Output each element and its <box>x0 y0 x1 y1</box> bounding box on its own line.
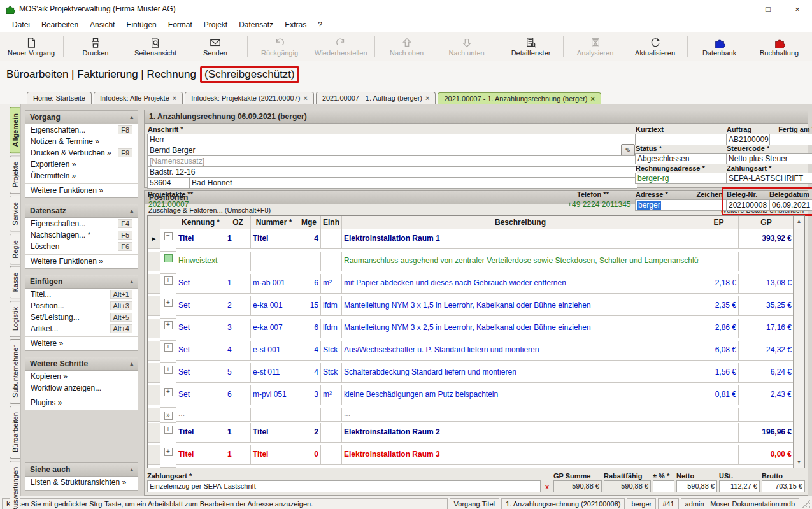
tab-close-icon[interactable]: × <box>303 94 307 102</box>
telefon-value[interactable]: +49 2224 2011345 <box>567 199 631 210</box>
expand-row-icon[interactable]: + <box>164 321 173 329</box>
expand-row-icon[interactable]: + <box>164 276 173 285</box>
sidebar-item-titel[interactable]: Titel...Alt+1 <box>25 289 138 300</box>
signature-button[interactable]: ✎ <box>621 144 635 157</box>
status-field[interactable]: Abgeschlossen <box>635 153 728 164</box>
tab-close-icon[interactable]: × <box>425 94 429 102</box>
menu-einfuegen[interactable]: Einfügen <box>120 19 162 31</box>
sidebar-item-plugins[interactable]: Plugins » <box>25 396 138 410</box>
rechnungsadresse-field[interactable]: berger-rg <box>635 173 728 184</box>
menu-datensatz[interactable]: Datensatz <box>233 19 279 31</box>
module-tab-regie[interactable]: Regie <box>10 234 20 265</box>
accounting-button[interactable]: Buchhaltung <box>750 32 809 61</box>
projektakte-link[interactable]: 2021.00007 <box>148 199 189 210</box>
sidebar-item-drucken-verbuchen[interactable]: Drucken & Verbuchen »F9 <box>25 147 138 159</box>
menu-projekt[interactable]: Projekt <box>198 19 233 31</box>
kurztext-field[interactable] <box>635 134 728 145</box>
tab-infodesk-alle-projekte[interactable]: Infodesk: Alle Projekte× <box>94 92 183 104</box>
scroll-up-icon[interactable]: ▲ <box>797 216 802 227</box>
sidebar-item-loeschen[interactable]: LöschenF6 <box>25 241 138 252</box>
database-button[interactable]: Datenbank <box>690 32 750 61</box>
netto-field[interactable]: 590,88 € <box>676 480 717 492</box>
tab-close-icon[interactable]: × <box>173 94 176 102</box>
print-preview-button[interactable]: Seitenansicht <box>125 32 185 61</box>
sidebar-item-weitere[interactable]: Weitere » <box>25 336 138 350</box>
module-tab-subunternehmer[interactable]: Subunternehmer <box>10 339 20 404</box>
sidebar-item-uebermitteln[interactable]: Übermitteln » <box>25 170 138 182</box>
collapse-icon[interactable]: ▴ <box>130 114 133 120</box>
module-tab-logistik[interactable]: Logistik <box>10 301 20 337</box>
sidebar-item-exportieren[interactable]: Exportieren » <box>25 159 138 170</box>
more-rows-icon[interactable]: » <box>164 412 173 420</box>
tab-auftrag-berger[interactable]: 2021.00007 - 1. Auftrag (berger)× <box>316 92 436 104</box>
scroll-down-icon[interactable]: ▼ <box>797 457 802 468</box>
sidebar-item-weitere-funktionen-vorgang[interactable]: Weitere Funktionen » <box>25 183 138 197</box>
namenszusatz-field[interactable]: [Namenszusatz] <box>147 155 637 167</box>
print-button[interactable]: Drucken <box>66 32 125 61</box>
sidebar-item-weitere-funktionen-datensatz[interactable]: Weitere Funktionen » <box>25 254 138 268</box>
menu-datei[interactable]: Datei <box>6 19 36 31</box>
resize-grip[interactable] <box>802 500 810 508</box>
sidebar-item-eigenschaften-vorgang[interactable]: Eigenschaften...F8 <box>25 124 138 136</box>
tab-infodesk-projektakte[interactable]: Infodesk: Projektakte (2021.00007)× <box>185 92 314 104</box>
module-tab-allgemein[interactable]: Allgemein <box>10 107 20 154</box>
expand-row-icon[interactable]: + <box>164 448 173 456</box>
new-process-button[interactable]: Neuer Vorgang <box>1 32 61 61</box>
collapse-icon[interactable]: ▴ <box>130 466 133 473</box>
expand-row-icon[interactable]: + <box>164 388 173 396</box>
expand-row-icon[interactable]: + <box>164 426 173 434</box>
module-tab-kasse[interactable]: Kasse <box>10 266 20 299</box>
detail-window-button[interactable]: Detailfenster <box>501 32 561 61</box>
sidebar-item-workflow-anzeigen[interactable]: Workflow anzeigen... <box>25 382 138 394</box>
zeichen-field[interactable] <box>688 199 728 211</box>
menu-bearbeiten[interactable]: Bearbeiten <box>36 19 84 31</box>
steuercode-field[interactable]: Netto plus Steuer <box>726 153 812 164</box>
clear-zahlungsart-icon[interactable]: x <box>543 482 552 492</box>
expand-row-icon[interactable]: + <box>164 343 173 352</box>
table-scrollbar[interactable]: ▲ ▼ <box>793 216 804 468</box>
module-tab-service[interactable]: Service <box>10 196 20 232</box>
sidebar-item-kopieren[interactable]: Kopieren » <box>25 371 138 382</box>
auftrag-field[interactable]: AB2100009 <box>726 134 771 145</box>
sidebar-item-set-leistung[interactable]: Set/Leistung...Alt+5 <box>25 312 138 323</box>
collapse-icon[interactable]: ▴ <box>130 278 133 285</box>
tab-home-startseite[interactable]: Home: Startseite <box>27 92 92 104</box>
sidebar-item-nachschlagen[interactable]: Nachschlagen... *F5 <box>25 229 138 241</box>
ort-field[interactable]: Bad Honnef <box>189 177 637 189</box>
expand-row-icon[interactable]: + <box>164 299 173 307</box>
menu-extras[interactable]: Extras <box>279 19 312 31</box>
minimize-button[interactable]: – <box>724 0 753 18</box>
menu-format[interactable]: Format <box>162 19 198 31</box>
sidebar-item-notizen-termine[interactable]: Notizen & Termine » <box>25 136 138 147</box>
menu-hilfe[interactable]: ? <box>312 19 328 31</box>
expand-row-icon[interactable]: + <box>164 366 173 374</box>
fertig-am-field[interactable] <box>769 134 812 145</box>
name-field[interactable]: Bernd Berger <box>147 145 623 156</box>
plz-field[interactable]: 53604 <box>147 177 192 189</box>
sidebar-item-eigenschaften-datensatz[interactable]: Eigenschaften...F4 <box>25 218 138 229</box>
zahlungsart-field[interactable]: SEPA-LASTSCHRIFT <box>726 173 812 184</box>
close-button[interactable]: × <box>783 0 812 18</box>
module-tab-projekte[interactable]: Projekte <box>10 155 20 194</box>
belegdatum-field[interactable]: 06.09.2021 <box>769 199 812 211</box>
maximize-button[interactable]: □ <box>753 0 783 18</box>
send-button[interactable]: Senden <box>185 32 245 61</box>
refresh-button[interactable]: Aktualisieren <box>625 32 685 61</box>
sidebar-item-listen-strukturansichten[interactable]: Listen & Strukturansichten » <box>25 477 138 488</box>
collapse-icon[interactable]: ▴ <box>130 361 133 367</box>
collapse-icon[interactable]: ▴ <box>130 208 133 214</box>
module-tab-bueroarbeiten[interactable]: Büroarbeiten <box>10 406 20 459</box>
sidebar-item-artikel[interactable]: Artikel...Alt+4 <box>25 323 138 334</box>
beleg-nr-field[interactable]: 202100008 <box>726 199 771 211</box>
menu-ansicht[interactable]: Ansicht <box>84 19 120 31</box>
adresse-field[interactable]: berger <box>635 199 689 211</box>
collapse-row-icon[interactable]: − <box>164 232 173 240</box>
anrede-field[interactable]: Herr <box>147 134 637 145</box>
module-tab-auswertungen[interactable]: Auswertungen <box>10 461 20 509</box>
strasse-field[interactable]: Badstr. 12-16 <box>147 166 637 178</box>
tab-anzahlungsrechnung-berger[interactable]: 2021.00007 - 1. Anzahlungsrechnung (berg… <box>438 92 601 104</box>
tab-close-icon[interactable]: × <box>591 95 595 103</box>
prozent-field[interactable] <box>653 480 674 492</box>
sidebar-item-position[interactable]: Position...Alt+3 <box>25 300 138 312</box>
zahlungsart-text-field[interactable]: Einzeleinzug per SEPA-Lastschrift <box>147 480 541 492</box>
